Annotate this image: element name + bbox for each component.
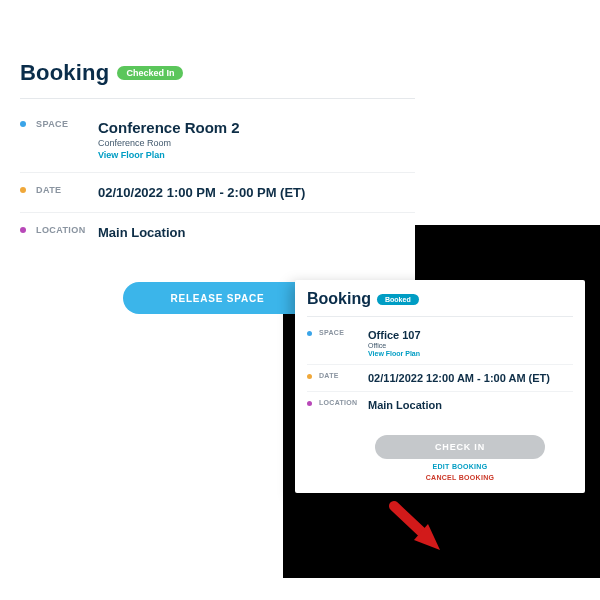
field-label-date: DATE [319, 372, 361, 379]
row-location: LOCATION Main Location [295, 395, 585, 415]
field-label-space: SPACE [36, 119, 88, 129]
divider [20, 172, 415, 173]
space-name: Conference Room 2 [98, 119, 240, 136]
dot-icon [20, 187, 26, 193]
field-label-location: LOCATION [36, 225, 88, 235]
space-value-block: Office 107 Office View Floor Plan [368, 329, 421, 357]
row-space: SPACE Conference Room 2 Conference Room … [20, 113, 415, 166]
divider [307, 391, 573, 392]
edit-booking-link[interactable]: EDIT BOOKING [433, 463, 488, 470]
panel-header: Booking Booked [295, 280, 585, 314]
cancel-booking-link[interactable]: CANCEL BOOKING [426, 474, 495, 481]
row-space: SPACE Office 107 Office View Floor Plan [295, 325, 585, 361]
date-value: 02/10/2022 1:00 PM - 2:00 PM (ET) [98, 185, 305, 200]
space-value-block: Conference Room 2 Conference Room View F… [98, 119, 240, 160]
actions: CHECK IN EDIT BOOKING CANCEL BOOKING [335, 415, 585, 485]
booking-panel-booked: Booking Booked SPACE Office 107 Office V… [295, 280, 585, 493]
status-badge-checked-in: Checked In [117, 66, 183, 80]
release-space-button[interactable]: RELEASE SPACE [123, 282, 313, 314]
page-title: Booking [307, 290, 371, 308]
status-badge-booked: Booked [377, 294, 419, 305]
location-value: Main Location [98, 225, 185, 240]
dot-icon [20, 121, 26, 127]
space-type: Office [368, 342, 421, 349]
divider [307, 316, 573, 317]
row-date: DATE 02/10/2022 1:00 PM - 2:00 PM (ET) [20, 179, 415, 206]
panel-header: Booking Checked In [20, 60, 415, 94]
location-value: Main Location [368, 399, 442, 411]
divider [20, 98, 415, 99]
dot-icon [20, 227, 26, 233]
row-location: LOCATION Main Location [20, 219, 415, 246]
row-date: DATE 02/11/2022 12:00 AM - 1:00 AM (ET) [295, 368, 585, 388]
divider [307, 364, 573, 365]
field-label-date: DATE [36, 185, 88, 195]
check-in-button[interactable]: CHECK IN [375, 435, 545, 459]
space-name: Office 107 [368, 329, 421, 341]
view-floor-plan-link[interactable]: View Floor Plan [368, 350, 421, 357]
screenshot-stage: Booking Checked In SPACE Conference Room… [0, 0, 600, 600]
space-type: Conference Room [98, 138, 240, 148]
divider [20, 212, 415, 213]
dot-icon [307, 374, 312, 379]
dot-icon [307, 401, 312, 406]
booking-panel-checked-in: Booking Checked In SPACE Conference Room… [20, 60, 415, 314]
page-title: Booking [20, 60, 109, 86]
date-value: 02/11/2022 12:00 AM - 1:00 AM (ET) [368, 372, 550, 384]
dot-icon [307, 331, 312, 336]
field-label-location: LOCATION [319, 399, 361, 406]
view-floor-plan-link[interactable]: View Floor Plan [98, 150, 240, 160]
field-label-space: SPACE [319, 329, 361, 336]
